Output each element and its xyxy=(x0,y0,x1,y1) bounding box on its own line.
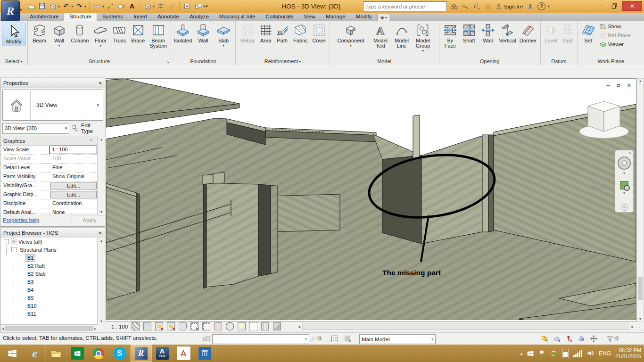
panel-label-reinforcement[interactable]: Reinforcement▾ xyxy=(236,58,330,65)
ribbon-state-toggle[interactable]: ▣▾ xyxy=(377,14,390,21)
dormer-button[interactable]: Dormer xyxy=(518,23,538,43)
select-underlay-icon[interactable] xyxy=(553,334,561,343)
navbar-close-icon[interactable]: ✕ xyxy=(628,151,632,156)
taskbar-revit[interactable]: R xyxy=(131,345,152,362)
text-icon[interactable]: A xyxy=(127,1,137,11)
help-icon[interactable]: ? xyxy=(537,2,546,11)
component-button[interactable]: Component▾ xyxy=(332,23,370,47)
zoom-icon[interactable] xyxy=(620,181,628,189)
open-icon[interactable] xyxy=(26,1,36,11)
scroll-up-icon[interactable]: ▴ xyxy=(639,79,641,83)
taskbar-calculator[interactable] xyxy=(194,345,215,362)
tab-architecture[interactable]: Architecture xyxy=(25,13,64,21)
design-options-icon[interactable] xyxy=(330,334,339,343)
sun-path-off-icon[interactable] xyxy=(155,322,163,330)
select-by-face-icon[interactable] xyxy=(577,334,586,343)
set-work-plane-button[interactable]: Set xyxy=(580,23,597,43)
shaft-button[interactable]: Shaft xyxy=(460,23,478,43)
properties-scrollbar[interactable]: ▴▾ xyxy=(97,136,105,215)
3d-view-dropdown-icon[interactable]: ▾ xyxy=(153,4,155,8)
scroll-down-icon[interactable]: ▾ xyxy=(639,317,641,321)
vertical-opening-button[interactable]: Vertical xyxy=(497,23,518,43)
panel-label-structure[interactable]: Structure↘ xyxy=(28,58,171,65)
browser-horizontal-scrollbar[interactable]: ◂▸ xyxy=(0,324,98,332)
default-3d-view-icon[interactable] xyxy=(143,1,152,11)
signal-icon[interactable] xyxy=(573,350,582,357)
browser-vertical-scrollbar[interactable]: ▴▾ xyxy=(97,238,105,324)
tree-item-b2-slab[interactable]: B2 Slab xyxy=(1,270,97,278)
taskbar-autocad-pid[interactable]: AP&ID xyxy=(152,345,173,362)
tree-item-b3[interactable]: B3 xyxy=(1,278,97,286)
type-selector[interactable]: 3D View ▾ xyxy=(2,90,103,121)
prop-value-parts-visibility[interactable]: Show Original xyxy=(50,173,97,181)
tree-item-b10[interactable]: B10 xyxy=(1,302,97,310)
view-scale-control[interactable]: 1 : 100 xyxy=(111,324,128,329)
group-header-graphics[interactable]: Graphics xyxy=(3,138,25,144)
steering-wheel-icon[interactable] xyxy=(618,156,631,170)
canvas-vertical-scrollbar[interactable]: ▴ ▾ xyxy=(636,78,644,321)
navbar-options-icon[interactable]: ≡ xyxy=(621,204,627,211)
tree-expand-toggle[interactable]: − xyxy=(4,239,9,244)
exclude-options-icon[interactable] xyxy=(343,334,352,343)
taskbar-file-explorer[interactable] xyxy=(46,345,67,362)
brace-button[interactable]: Brace xyxy=(129,23,147,43)
h-scroll-track[interactable] xyxy=(302,323,630,330)
battery-icon[interactable] xyxy=(562,349,569,358)
wall-foundation-button[interactable]: Wall xyxy=(193,23,213,43)
sign-in-dropdown-icon[interactable]: ▾ xyxy=(521,4,523,8)
tree-item-b9[interactable]: B9 xyxy=(1,294,97,302)
active-workset-select[interactable]: ▾ xyxy=(212,334,309,344)
view-restore-icon[interactable]: ⧉ xyxy=(617,82,620,89)
detail-level-icon[interactable] xyxy=(132,322,140,330)
thin-lines-icon[interactable] xyxy=(167,1,176,11)
select-links-icon[interactable] xyxy=(540,334,549,343)
start-button[interactable] xyxy=(0,345,25,362)
visual-style-icon[interactable] xyxy=(143,322,151,330)
network-icon[interactable] xyxy=(527,350,534,357)
properties-help-link[interactable]: Properties help xyxy=(3,217,39,223)
analytical-model-icon[interactable] xyxy=(273,322,281,330)
design-option-select[interactable]: Main Model▾ xyxy=(359,334,436,344)
sync-dropdown-icon[interactable]: ▾ xyxy=(58,4,60,8)
cover-button[interactable]: Cover xyxy=(311,23,328,43)
tab-modify[interactable]: Modify xyxy=(351,13,377,21)
tab-structure[interactable]: Structure xyxy=(64,13,97,21)
area-reinforcement-button[interactable]: Area xyxy=(258,23,274,43)
isolated-foundation-button[interactable]: Isolated xyxy=(173,23,193,43)
sign-in-button[interactable]: Sign In ▾ xyxy=(495,3,523,10)
tree-item-b2-raft[interactable]: B2 Raft xyxy=(1,262,97,270)
slab-foundation-button[interactable]: Slab▾ xyxy=(214,23,233,47)
truss-button[interactable]: Truss xyxy=(111,23,128,43)
help-dropdown-icon[interactable]: ▾ xyxy=(548,4,550,8)
redo-dropdown-icon[interactable]: ▾ xyxy=(84,4,86,8)
tab-massing-site[interactable]: Massing & Site xyxy=(214,13,261,21)
prop-value-discipline[interactable]: Coordination xyxy=(50,199,97,208)
viewer-button[interactable]: Viewer xyxy=(599,41,631,48)
temporary-hide-isolate-icon[interactable] xyxy=(226,322,234,330)
section-icon[interactable] xyxy=(156,1,165,11)
scroll-thumb[interactable] xyxy=(638,277,643,300)
redo-icon[interactable]: ↷ xyxy=(74,1,84,11)
h-scroll-left-icon[interactable]: ◂ xyxy=(298,324,300,329)
modify-button[interactable]: Modify xyxy=(2,23,25,46)
tree-item-b4[interactable]: B4 xyxy=(1,286,97,294)
model-line-button[interactable]: Model Line xyxy=(391,23,412,49)
wall-opening-button[interactable]: Wall xyxy=(479,23,497,43)
undo-icon[interactable]: ↶ xyxy=(61,1,71,11)
edit-type-button[interactable]: Edit Type xyxy=(72,123,103,134)
wheel-dropdown-icon[interactable]: ▾ xyxy=(623,171,625,175)
unlocked-3d-view-icon[interactable] xyxy=(214,322,222,330)
h-scroll-right-icon[interactable]: ▸ xyxy=(631,324,634,329)
save-icon[interactable] xyxy=(37,1,47,11)
editable-only-icon[interactable] xyxy=(307,334,316,343)
model-group-button[interactable]: Model Group▾ xyxy=(413,23,433,52)
filter-icon[interactable] xyxy=(605,334,614,343)
show-crop-region-icon[interactable] xyxy=(202,322,210,330)
application-menu-arrow-icon[interactable]: ▾ xyxy=(20,8,22,12)
instance-selector[interactable]: 3D View: {3D}▾ xyxy=(2,123,69,134)
search-input[interactable] xyxy=(363,1,447,11)
prop-value-detail-level[interactable]: Fine xyxy=(50,164,97,172)
properties-close-icon[interactable]: ✕ xyxy=(99,81,102,86)
worksets-icon[interactable] xyxy=(202,334,211,343)
show-work-plane-button[interactable]: Show xyxy=(599,23,631,30)
